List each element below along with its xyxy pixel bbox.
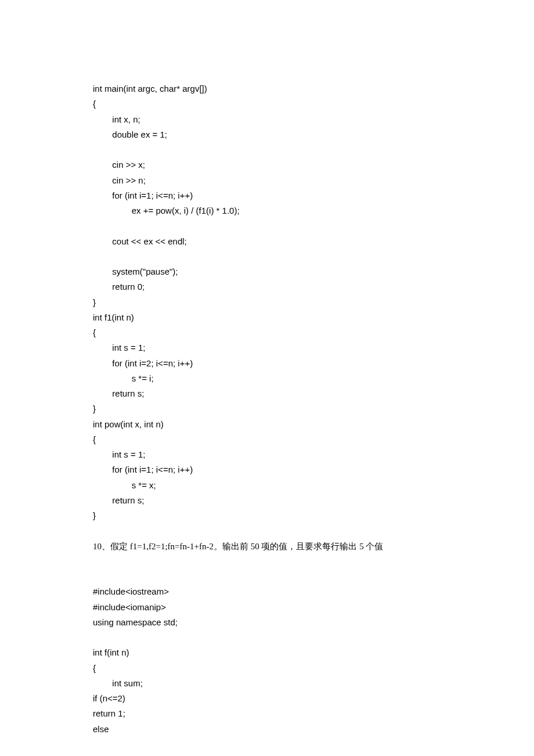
code-line: system("pause"); (93, 264, 441, 279)
code-line: { (93, 325, 441, 340)
code-line: int f(int n) (93, 645, 441, 660)
code-line: int f1(int n) (93, 310, 441, 325)
code-block-2: #include<iostream> #include<iomanip> usi… (93, 584, 441, 737)
code-line: int s = 1; (93, 447, 441, 462)
code-line: using namespace std; (93, 615, 441, 630)
code-block-1: int main(int argc, char* argv[]) { int x… (93, 81, 441, 523)
code-line: { (93, 96, 441, 111)
code-line: } (93, 508, 441, 523)
code-line: { (93, 432, 441, 447)
question-text: 10、假定 f1=1,f2=1;fn=fn-1+fn-2。输出前 50 项的值，… (93, 539, 441, 554)
code-line: int s = 1; (93, 340, 441, 355)
code-line: return s; (93, 493, 441, 508)
code-line: cin >> x; (93, 157, 441, 172)
code-line: #include<iostream> (93, 584, 441, 599)
code-line: { (93, 661, 441, 676)
code-line: cout << ex << endl; (93, 234, 441, 249)
code-line: int main(int argc, char* argv[]) (93, 81, 441, 96)
code-line: int x, n; (93, 112, 441, 127)
code-line: if (n<=2) (93, 691, 441, 706)
code-line: int sum; (93, 676, 441, 691)
document-page: int main(int argc, char* argv[]) { int x… (0, 0, 534, 756)
code-line: s *= x; (93, 478, 441, 493)
code-line: } (93, 401, 441, 416)
code-line: else (93, 722, 441, 737)
code-line: return s; (93, 386, 441, 401)
code-line: int pow(int x, int n) (93, 417, 441, 432)
code-line: return 0; (93, 279, 441, 294)
code-line: double ex = 1; (93, 127, 441, 142)
code-line: s *= i; (93, 371, 441, 386)
code-line: } (93, 295, 441, 310)
code-line: #include<iomanip> (93, 600, 441, 615)
code-line: cin >> n; (93, 173, 441, 188)
code-line: return 1; (93, 706, 441, 721)
code-line: for (int i=1; i<=n; i++) (93, 462, 441, 477)
code-line: for (int i=1; i<=n; i++) (93, 188, 441, 203)
code-line: for (int i=2; i<=n; i++) (93, 356, 441, 371)
code-line: ex += pow(x, i) / (f1(i) * 1.0); (93, 203, 441, 218)
